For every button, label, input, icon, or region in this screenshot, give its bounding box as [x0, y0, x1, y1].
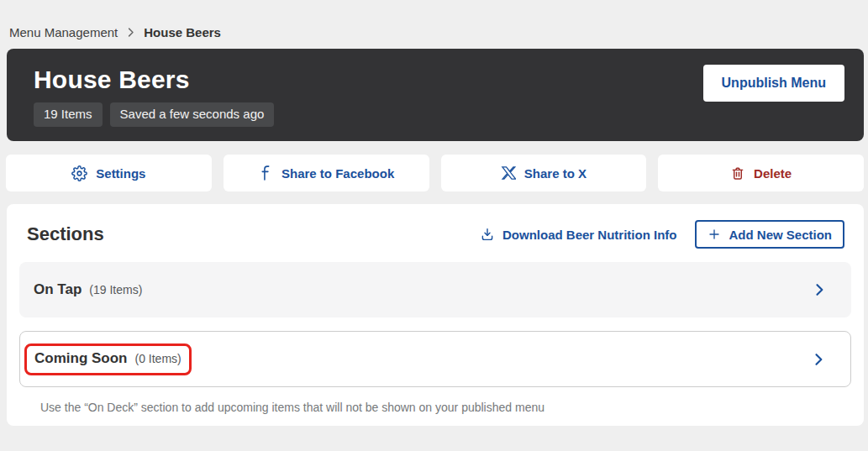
share-facebook-button-label: Share to Facebook: [281, 166, 394, 181]
breadcrumb-chevron-icon: [124, 26, 137, 39]
chevron-right-icon: [810, 351, 827, 368]
section-item-count: (0 Items): [134, 352, 181, 365]
section-row-label-group: On Tap (19 Items): [34, 281, 142, 298]
section-name: Coming Soon: [34, 350, 127, 367]
section-name: On Tap: [34, 281, 82, 298]
breadcrumb: Menu Management House Beers: [0, 0, 868, 49]
unpublish-menu-button[interactable]: Unpublish Menu: [703, 65, 844, 102]
menu-management-page: Menu Management House Beers House Beers …: [0, 0, 868, 451]
gear-icon: [71, 165, 87, 181]
facebook-icon: [258, 165, 273, 181]
download-icon: [480, 227, 495, 242]
annotation-highlight-box: Coming Soon (0 Items): [24, 343, 192, 375]
section-item-count: (19 Items): [89, 283, 142, 296]
item-count-badge: 19 Items: [34, 102, 103, 127]
sections-header-actions: Download Beer Nutrition Info Add New Sec…: [480, 220, 844, 249]
share-x-button-label: Share to X: [524, 166, 587, 181]
delete-button-label: Delete: [754, 166, 792, 181]
sections-title: Sections: [27, 223, 104, 245]
sections-card: Sections Download Beer Nutrition Info Ad…: [7, 204, 864, 426]
add-new-section-button[interactable]: Add New Section: [695, 220, 844, 249]
section-row-coming-soon[interactable]: Coming Soon (0 Items): [19, 331, 851, 387]
menu-header-card: House Beers 19 Items Saved a few seconds…: [7, 49, 864, 141]
sections-header: Sections Download Beer Nutrition Info Ad…: [19, 220, 851, 249]
settings-button-label: Settings: [96, 166, 145, 181]
x-logo-icon: [501, 165, 516, 181]
breadcrumb-house-beers: House Beers: [144, 25, 221, 39]
download-nutrition-label: Download Beer Nutrition Info: [502, 228, 677, 242]
settings-button[interactable]: Settings: [6, 155, 212, 191]
trash-icon: [730, 165, 745, 181]
delete-button[interactable]: Delete: [658, 155, 864, 191]
toolbar: Settings Share to Facebook Share to X De…: [6, 155, 864, 191]
section-row-on-tap[interactable]: On Tap (19 Items): [19, 262, 851, 317]
download-nutrition-link[interactable]: Download Beer Nutrition Info: [480, 227, 677, 242]
on-deck-note: Use the “On Deck” section to add upcomin…: [19, 401, 851, 414]
badge-row: 19 Items Saved a few seconds ago: [34, 102, 844, 127]
saved-status-badge: Saved a few seconds ago: [110, 102, 275, 127]
chevron-right-icon: [811, 281, 828, 298]
add-new-section-label: Add New Section: [729, 228, 832, 242]
share-facebook-button[interactable]: Share to Facebook: [224, 155, 429, 191]
breadcrumb-menu-management[interactable]: Menu Management: [9, 25, 118, 39]
plus-icon: [708, 228, 721, 241]
share-x-button[interactable]: Share to X: [441, 155, 647, 191]
